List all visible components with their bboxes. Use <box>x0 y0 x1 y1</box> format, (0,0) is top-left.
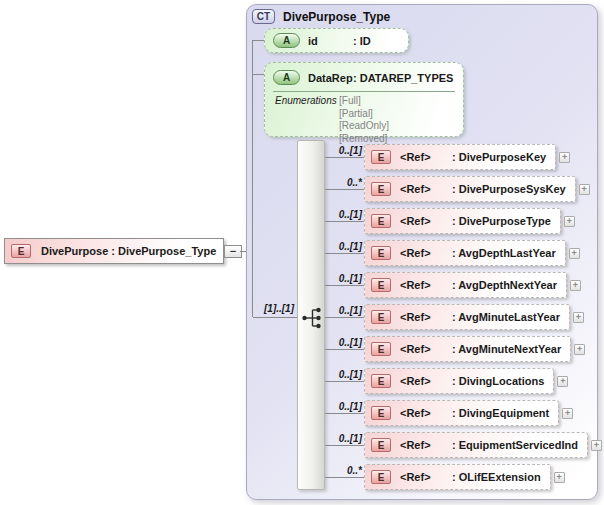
attribute-badge: A <box>273 33 300 48</box>
element-ref-row: 0..* E <Ref> : DivePurposeSysKey + <box>325 176 590 202</box>
complex-type-title: DivePurpose_Type <box>283 10 390 24</box>
element-badge: E <box>371 310 391 324</box>
type-label: : DivePurposeSysKey <box>452 183 566 195</box>
minus-icon: − <box>229 247 237 256</box>
type-label: : OLifEExtension <box>452 471 541 483</box>
element-badge: E <box>371 150 391 164</box>
ref-label: <Ref> <box>400 279 452 291</box>
enumerations-label: Enumerations <box>275 95 339 145</box>
ref-label: <Ref> <box>400 183 452 195</box>
expand-icon[interactable]: + <box>557 376 568 387</box>
element-node-divepurpose[interactable]: E DivePurpose : DivePurpose_Type <box>4 238 224 264</box>
element-ref-row: 0..[1] E <Ref> : DivePurposeType + <box>325 208 575 234</box>
element-ref-node[interactable]: E <Ref> : DivePurposeSysKey <box>364 176 576 202</box>
element-badge: E <box>371 182 391 196</box>
element-badge: E <box>11 244 31 258</box>
element-ref-node[interactable]: E <Ref> : AvgMinuteLastYear <box>364 304 570 330</box>
element-ref-row: 0..[1] E <Ref> : AvgDepthNextYear + <box>325 272 581 298</box>
expand-icon[interactable]: + <box>562 408 573 419</box>
element-ref-node[interactable]: E <Ref> : OLifEExtension <box>364 464 551 490</box>
sequence-icon <box>301 305 323 331</box>
element-ref-row: 0..[1] E <Ref> : DivePurposeKey + <box>325 144 570 170</box>
element-ref-node[interactable]: E <Ref> : DivePurposeType <box>364 208 561 234</box>
ref-label: <Ref> <box>400 375 452 387</box>
cardinality-label: 0..[1] <box>325 401 362 413</box>
element-ref-row: 0..[1] E <Ref> : EquipmentServicedInd + <box>325 432 602 458</box>
element-ref-node[interactable]: E <Ref> : AvgMinuteNextYear <box>364 336 571 362</box>
element-ref-node[interactable]: E <Ref> : EquipmentServicedInd <box>364 432 588 458</box>
expand-icon[interactable]: + <box>564 216 575 227</box>
element-ref-node[interactable]: E <Ref> : DivingEquipment <box>364 400 559 426</box>
enumeration-value: [ReadOnly] <box>339 120 389 133</box>
attribute-name: DataRep <box>308 72 353 84</box>
type-label: : DivingEquipment <box>452 407 549 419</box>
cardinality-label: 0..[1] <box>325 369 362 381</box>
ref-label: <Ref> <box>400 215 452 227</box>
element-ref-row: 0..[1] E <Ref> : AvgMinuteLastYear + <box>325 304 584 330</box>
expand-icon[interactable]: + <box>570 280 581 291</box>
expand-icon[interactable]: + <box>579 184 590 195</box>
type-label: : AvgMinuteLastYear <box>452 311 560 323</box>
element-ref-row: 0..* E <Ref> : OLifEExtension + <box>325 464 565 490</box>
element-badge: E <box>371 214 391 228</box>
sequence-cardinality: [1]..[1] <box>246 303 294 314</box>
complex-type-badge: CT <box>252 9 275 24</box>
element-ref-node[interactable]: E <Ref> : AvgDepthLastYear <box>364 240 566 266</box>
element-badge: E <box>371 278 391 292</box>
cardinality-label: 0..[1] <box>325 433 362 445</box>
ref-label: <Ref> <box>400 407 452 419</box>
connector-line <box>253 40 264 41</box>
element-ref-node[interactable]: E <Ref> : DivePurposeKey <box>364 144 556 170</box>
type-label: : AvgDepthNextYear <box>452 279 557 291</box>
cardinality-label: 0..[1] <box>325 145 362 157</box>
connector-line <box>252 40 253 317</box>
type-label: : EquipmentServicedInd <box>452 439 578 451</box>
element-ref-node[interactable]: E <Ref> : DivingLocations <box>364 368 554 394</box>
ref-label: <Ref> <box>400 311 452 323</box>
expand-icon[interactable]: + <box>554 472 565 483</box>
expand-icon[interactable]: + <box>591 440 602 451</box>
cardinality-label: 0..[1] <box>325 241 362 253</box>
cardinality-label: 0..[1] <box>325 305 362 317</box>
enumeration-values: [Full] [Partial] [ReadOnly] [Removed] <box>339 95 389 145</box>
xsd-diagram: E DivePurpose : DivePurpose_Type − CT Di… <box>0 0 604 505</box>
element-ref-row: 0..[1] E <Ref> : AvgDepthLastYear + <box>325 240 580 266</box>
attribute-type: : ID <box>353 35 371 47</box>
cardinality-label: 0..* <box>325 465 362 477</box>
cardinality-label: 0..[1] <box>325 273 362 285</box>
attribute-type: : DATAREP_TYPES <box>353 72 453 84</box>
cardinality-label: 0..[1] <box>325 337 362 349</box>
element-badge: E <box>371 246 391 260</box>
type-label: : DivePurposeKey <box>452 151 546 163</box>
element-badge: E <box>371 342 391 356</box>
enumeration-value: [Partial] <box>339 108 389 121</box>
enumeration-value: [Full] <box>339 95 389 108</box>
type-label: : DivePurposeType <box>452 215 551 227</box>
ref-label: <Ref> <box>400 151 452 163</box>
ref-label: <Ref> <box>400 471 452 483</box>
attribute-badge: A <box>273 70 300 85</box>
element-ref-node[interactable]: E <Ref> : AvgDepthNextYear <box>364 272 567 298</box>
ref-label: <Ref> <box>400 343 452 355</box>
element-ref-row: 0..[1] E <Ref> : AvgMinuteNextYear + <box>325 336 585 362</box>
element-badge: E <box>371 374 391 388</box>
complex-type-header: CT DivePurpose_Type <box>252 9 390 24</box>
element-badge: E <box>371 406 391 420</box>
expand-icon[interactable]: + <box>569 248 580 259</box>
expand-icon[interactable]: + <box>559 152 570 163</box>
ref-label: <Ref> <box>400 439 452 451</box>
element-label: DivePurpose : DivePurpose_Type <box>41 245 216 257</box>
enumerations-section: Enumerations [Full] [Partial] [ReadOnly]… <box>265 92 463 147</box>
attribute-node-id[interactable]: A id : ID <box>264 28 409 53</box>
sequence-compositor-bar[interactable] <box>297 140 325 490</box>
type-label: : DivingLocations <box>452 375 544 387</box>
cardinality-label: 0..[1] <box>325 209 362 221</box>
element-badge: E <box>371 470 391 484</box>
expand-icon[interactable]: + <box>574 344 585 355</box>
type-label: : AvgMinuteNextYear <box>452 343 561 355</box>
element-ref-row: 0..[1] E <Ref> : DivingLocations + <box>325 368 568 394</box>
attribute-node-datarep[interactable]: A DataRep : DATAREP_TYPES Enumerations [… <box>264 62 464 137</box>
expand-icon[interactable]: + <box>573 312 584 323</box>
cardinality-label: 0..* <box>325 177 362 189</box>
attribute-name: id <box>308 35 353 47</box>
